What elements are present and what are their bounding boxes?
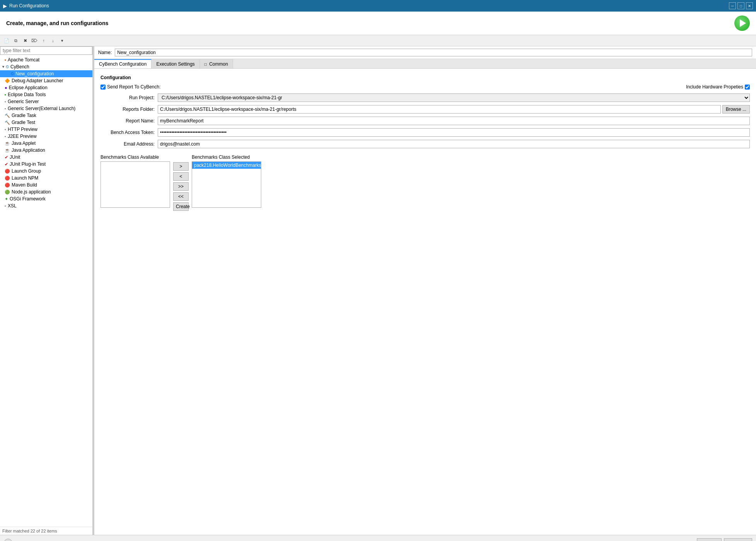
- duplicate-button[interactable]: ⧉: [12, 36, 20, 45]
- report-name-label: Report Name:: [100, 118, 155, 124]
- tree-item-osgi[interactable]: ✦ OSGi Framework: [0, 195, 92, 202]
- maven-build-icon: 🔴: [5, 183, 10, 188]
- reports-folder-input[interactable]: [158, 105, 721, 114]
- tab-cybench-label: CyBench Configuration: [99, 61, 146, 67]
- import-button[interactable]: ↓: [49, 36, 57, 45]
- title-bar: ▶ Run Configurations ─ □ ✕: [0, 0, 756, 12]
- benchmarks-selected-list[interactable]: pack218.HelloWorldBenchmarks: [192, 161, 261, 208]
- bench-transfer-buttons: > < >> << Create: [173, 154, 189, 211]
- tree-item-eclipse-data[interactable]: ▪ Eclipse Data Tools: [0, 91, 92, 98]
- tree-item-apache-tomcat[interactable]: ▪ Apache Tomcat: [0, 56, 92, 63]
- filter-button[interactable]: ⌦: [30, 36, 39, 45]
- include-hardware-checkbox[interactable]: [745, 85, 750, 90]
- reports-folder-label: Reports Folder:: [100, 107, 155, 112]
- benchmarks-selected-col: Benchmarks Class Selected pack218.HelloW…: [192, 154, 261, 208]
- j2ee-preview-label: J2EE Preview: [8, 134, 37, 139]
- run-project-row: Run Project: C:/Users/drigos.NASTEL1/ecl…: [100, 93, 750, 102]
- export-button[interactable]: ↑: [39, 36, 48, 45]
- maximize-button[interactable]: □: [737, 2, 744, 9]
- title-bar-left: ▶ Run Configurations: [3, 3, 49, 9]
- left-panel: ▪ Apache Tomcat ▼ © CyBench © New_config…: [0, 46, 93, 535]
- tree-item-generic-server[interactable]: ▪ Generic Server: [0, 98, 92, 105]
- run-project-select[interactable]: C:/Users/drigos.NASTEL1/eclipse-workspac…: [158, 93, 750, 102]
- browse-button[interactable]: Browse ...: [722, 105, 750, 114]
- run-action-button[interactable]: Run: [697, 538, 722, 541]
- gradle-test-icon: 🔨: [5, 120, 10, 125]
- gradle-task-label: Gradle Task: [12, 113, 36, 118]
- java-application-label: Java Application: [12, 148, 45, 153]
- xsl-icon: ▪: [5, 204, 6, 208]
- collapse-button[interactable]: ▾: [58, 36, 66, 45]
- tree-item-junit-plugin[interactable]: ✔ JUnit Plug-in Test: [0, 161, 92, 168]
- add-one-button[interactable]: >: [173, 162, 189, 171]
- report-name-input[interactable]: [158, 117, 750, 125]
- tree-item-http-preview[interactable]: ▪ HTTP Preview: [0, 126, 92, 133]
- bench-token-input[interactable]: [158, 128, 750, 137]
- tab-execution-label: Execution Settings: [156, 61, 194, 67]
- tree-item-gradle-test[interactable]: 🔨 Gradle Test: [0, 119, 92, 126]
- generic-server-label: Generic Server: [8, 99, 39, 104]
- tabs-row: CyBench Configuration Execution Settings…: [94, 59, 756, 69]
- tree-item-xsl[interactable]: ▪ XSL: [0, 202, 92, 209]
- tree-item-java-application[interactable]: ☕ Java Application: [0, 147, 92, 154]
- tab-cybench-config[interactable]: CyBench Configuration: [94, 59, 152, 68]
- close-button[interactable]: ✕: [746, 2, 753, 9]
- minimize-button[interactable]: ─: [729, 2, 736, 9]
- include-hardware-label: Include Hardware Propeties: [686, 84, 750, 90]
- tree-item-cybench[interactable]: ▼ © CyBench: [0, 63, 92, 70]
- create-button[interactable]: Create: [173, 202, 189, 211]
- junit-plugin-icon: ✔: [5, 162, 8, 167]
- tree-item-j2ee-preview[interactable]: ▪ J2EE Preview: [0, 133, 92, 140]
- run-project-label: Run Project:: [100, 95, 155, 100]
- left-footer: Filter matched 22 of 22 items: [0, 527, 92, 535]
- tree-item-gradle-task[interactable]: 🔨 Gradle Task: [0, 112, 92, 119]
- add-all-button[interactable]: >>: [173, 182, 189, 191]
- tree-item-new-configuration[interactable]: © New_configuration: [0, 70, 92, 77]
- bench-selected-item[interactable]: pack218.HelloWorldBenchmarks: [192, 162, 261, 169]
- tree-item-eclipse-app[interactable]: ● Eclipse Application: [0, 84, 92, 91]
- name-input[interactable]: [115, 49, 752, 56]
- tab-execution-settings[interactable]: Execution Settings: [152, 59, 199, 68]
- bench-token-row: Bench Access Token:: [100, 128, 750, 137]
- generic-server-ext-label: Generic Server(External Launch): [8, 106, 75, 111]
- tree-item-java-applet[interactable]: ☕ Java Applet: [0, 140, 92, 147]
- filter-input[interactable]: [0, 46, 92, 55]
- email-input[interactable]: [158, 140, 750, 148]
- gradle-task-icon: 🔨: [5, 113, 10, 118]
- junit-label: JUnit: [10, 154, 20, 160]
- send-report-label: Send Report To CyBench:: [100, 84, 161, 90]
- run-icon: [740, 19, 746, 27]
- tree-item-junit[interactable]: ✔ JUnit: [0, 154, 92, 161]
- dialog-body: ▪ Apache Tomcat ▼ © CyBench © New_config…: [0, 46, 756, 535]
- send-report-checkbox[interactable]: [100, 85, 106, 90]
- title-bar-controls: ─ □ ✕: [729, 2, 753, 9]
- page-title: Create, manage, and run configurations: [6, 20, 109, 26]
- name-row: Name:: [94, 46, 756, 59]
- tab-common-icon: □: [204, 62, 207, 66]
- cybench-label: CyBench: [10, 64, 29, 70]
- app-icon: ▶: [3, 3, 7, 9]
- remove-one-button[interactable]: <: [173, 172, 189, 181]
- j2ee-preview-icon: ▪: [5, 134, 6, 139]
- tree-item-debug-adapter[interactable]: 🔶 Debug Adapter Launcher: [0, 77, 92, 84]
- tab-common[interactable]: □ Common: [200, 59, 233, 68]
- remove-all-button[interactable]: <<: [173, 192, 189, 201]
- new-config-button[interactable]: 📄: [2, 36, 11, 45]
- debug-adapter-icon: 🔶: [5, 78, 10, 83]
- delete-button[interactable]: ✖: [21, 36, 29, 45]
- section-title: Configuration: [100, 75, 750, 80]
- new-configuration-label: New_configuration: [15, 71, 54, 76]
- close-action-button[interactable]: Close: [724, 538, 752, 541]
- help-button[interactable]: ?: [4, 539, 12, 541]
- new-configuration-icon: ©: [11, 71, 14, 76]
- osgi-label: OSGi Framework: [10, 196, 46, 202]
- tree-item-nodejs[interactable]: 🟢 Node.js application: [0, 188, 92, 195]
- bottom-bar-right: Run Close: [697, 538, 752, 541]
- run-button[interactable]: [734, 15, 750, 31]
- benchmarks-available-list[interactable]: [100, 161, 170, 208]
- tree-item-generic-server-ext[interactable]: ▪ Generic Server(External Launch): [0, 105, 92, 112]
- tree-item-launch-npm[interactable]: 🔴 Launch NPM: [0, 175, 92, 181]
- cybench-expand-icon[interactable]: ▼: [2, 65, 5, 69]
- tree-item-maven-build[interactable]: 🔴 Maven Build: [0, 181, 92, 188]
- tree-item-launch-group[interactable]: 🔴 Launch Group: [0, 168, 92, 175]
